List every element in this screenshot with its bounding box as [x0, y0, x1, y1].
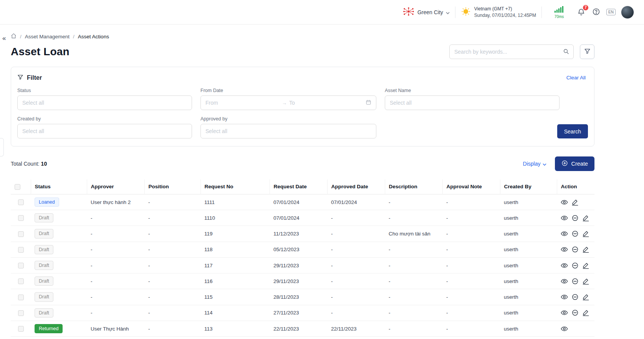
calendar-icon[interactable]	[366, 99, 371, 106]
asset-name-field: Asset Name	[385, 88, 560, 110]
create-label: Create	[571, 161, 588, 167]
row-checkbox[interactable]	[18, 278, 24, 284]
breadcrumb-asset-management[interactable]: Asset Management	[25, 34, 70, 39]
status-field: Status	[17, 88, 192, 110]
avatar[interactable]	[621, 6, 634, 19]
header-description[interactable]: Description	[385, 179, 442, 194]
view-icon[interactable]	[561, 230, 568, 237]
row-checkbox[interactable]	[18, 215, 24, 221]
approved-by-label: Approved by	[200, 116, 376, 122]
approved-date-cell: -	[327, 273, 385, 289]
request-date-cell: 29/11/2023	[270, 257, 327, 273]
approved-date-cell: -	[327, 226, 385, 242]
status-badge: Draft	[35, 308, 53, 318]
header-request-date[interactable]: Request Date	[270, 179, 327, 194]
org-selector[interactable]: Green City	[402, 7, 450, 17]
request-date-cell: 18/10/2023	[270, 337, 327, 339]
clear-all-link[interactable]: Clear All	[566, 75, 586, 81]
header-approval-note[interactable]: Approval Note	[442, 179, 500, 194]
edit-icon[interactable]	[582, 230, 589, 237]
edit-icon[interactable]	[582, 278, 589, 285]
help-button[interactable]	[591, 7, 601, 18]
description-cell: -	[385, 273, 442, 289]
asset-name-label: Asset Name	[385, 88, 560, 93]
view-icon[interactable]	[561, 246, 568, 253]
edit-icon[interactable]	[582, 246, 589, 253]
status-badge: Draft	[35, 276, 53, 286]
header-created-by[interactable]: Created By	[500, 179, 557, 194]
weather-sun-icon	[461, 7, 471, 18]
position-cell: -	[144, 194, 200, 210]
status-label: Status	[17, 88, 192, 93]
row-checkbox[interactable]	[18, 231, 24, 237]
select-all-checkbox[interactable]	[15, 184, 20, 190]
deactivate-icon[interactable]	[571, 214, 579, 222]
from-date-input[interactable]	[205, 100, 280, 106]
row-checkbox[interactable]	[18, 310, 24, 316]
table-row: Draft - - 115 28/11/2023 - - - userth	[11, 289, 594, 305]
header-approved-date[interactable]: Approved Date	[327, 179, 385, 194]
position-cell: -	[144, 210, 200, 226]
language-button[interactable]: EN	[606, 9, 616, 15]
action-cell	[557, 242, 594, 257]
row-checkbox[interactable]	[18, 199, 24, 205]
header-request-no[interactable]: Request No	[200, 179, 270, 194]
edit-icon[interactable]	[582, 309, 589, 316]
approval-note-cell: -	[442, 273, 500, 289]
row-checkbox[interactable]	[18, 247, 24, 253]
filter-search-button[interactable]: Search	[557, 124, 588, 138]
chevron-down-icon	[543, 161, 546, 167]
position-cell: -	[144, 337, 200, 339]
view-icon[interactable]	[561, 199, 568, 206]
header-position[interactable]: Position	[144, 179, 200, 194]
deactivate-icon[interactable]	[571, 230, 579, 237]
search-input[interactable]	[449, 44, 574, 59]
edit-icon[interactable]	[582, 214, 589, 222]
edit-icon[interactable]	[582, 293, 589, 301]
home-icon[interactable]	[11, 33, 17, 40]
to-date-input[interactable]	[289, 100, 363, 106]
header-divider	[541, 7, 542, 18]
deactivate-icon[interactable]	[571, 262, 579, 269]
action-cell	[557, 273, 594, 289]
notifications-button[interactable]: 7	[576, 7, 586, 18]
request-date-cell: 11/12/2023	[270, 226, 327, 242]
org-logo-icon	[402, 7, 415, 17]
header-approver[interactable]: Approver	[87, 179, 144, 194]
deactivate-icon[interactable]	[571, 309, 579, 316]
approver-cell: User Thực Hành	[87, 321, 144, 336]
search-icon[interactable]	[563, 48, 569, 56]
edit-icon[interactable]	[582, 262, 589, 269]
view-icon[interactable]	[561, 214, 568, 222]
filter-toggle-button[interactable]	[580, 44, 594, 59]
plus-circle-icon	[561, 160, 568, 168]
status-select[interactable]	[17, 95, 192, 110]
header-action: Action	[557, 179, 594, 194]
display-dropdown[interactable]: Display	[523, 161, 547, 167]
drawer-handle[interactable]	[0, 138, 4, 156]
view-icon[interactable]	[561, 262, 568, 269]
edit-icon[interactable]	[571, 199, 579, 206]
created-by-select[interactable]	[17, 124, 192, 138]
deactivate-icon[interactable]	[571, 278, 579, 285]
approved-by-select[interactable]	[200, 124, 376, 138]
request-no-cell: 115	[200, 289, 270, 305]
view-icon[interactable]	[561, 325, 568, 332]
view-icon[interactable]	[561, 278, 568, 285]
row-checkbox[interactable]	[18, 326, 24, 332]
create-button[interactable]: Create	[555, 156, 594, 171]
sidebar-collapse-button[interactable]: «	[1, 34, 7, 43]
header-status[interactable]: Status	[31, 179, 87, 194]
breadcrumb-asset-actions[interactable]: Asset Actions	[78, 34, 109, 39]
view-icon[interactable]	[561, 309, 568, 316]
created-by-cell: userth	[500, 257, 557, 273]
deactivate-icon[interactable]	[571, 293, 579, 301]
approved-date-cell: -	[327, 242, 385, 257]
view-icon[interactable]	[561, 293, 568, 301]
asset-name-select[interactable]	[385, 95, 560, 110]
notification-badge: 7	[583, 5, 589, 11]
action-cell	[557, 194, 594, 210]
deactivate-icon[interactable]	[571, 246, 579, 253]
row-checkbox[interactable]	[18, 295, 24, 300]
row-checkbox[interactable]	[18, 263, 24, 268]
